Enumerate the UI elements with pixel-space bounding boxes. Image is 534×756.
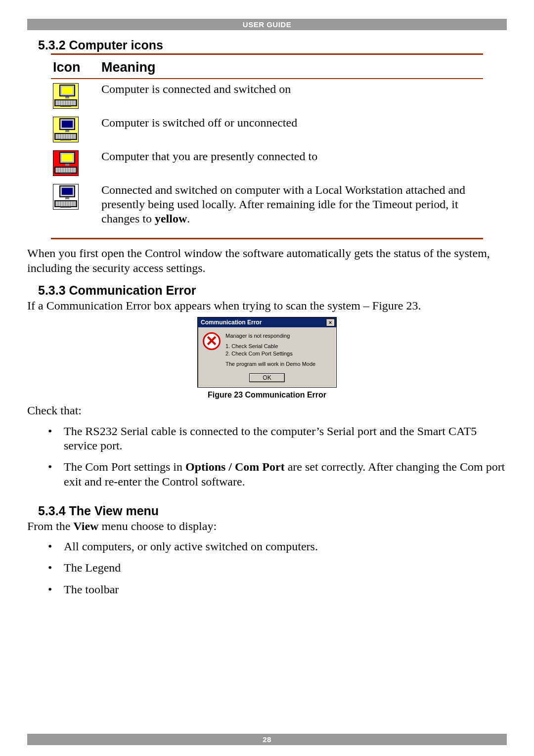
paragraph-after-table: When you first open the Control window t… [27, 246, 507, 275]
list-item: All computers, or only active switched o… [27, 539, 507, 561]
computer-on-icon [53, 83, 79, 109]
dialog-titlebar: Communication Error × [198, 317, 336, 327]
dialog-title: Communication Error [201, 319, 262, 326]
dialog-message: Manager is not responding 1. Check Seria… [225, 332, 315, 370]
close-icon[interactable]: × [326, 318, 335, 326]
paragraph-view-intro: From the View menu choose to display: [27, 519, 507, 534]
meaning-cell: Connected and switched on computer with … [99, 180, 483, 235]
col-header-icon: Icon [51, 55, 99, 78]
meaning-cell: Computer that you are presently connecte… [99, 146, 483, 180]
list-item: The Legend [27, 561, 507, 582]
page-header: USER GUIDE [27, 19, 507, 30]
computer-current-icon [53, 150, 79, 176]
col-header-meaning: Meaning [99, 55, 483, 78]
ok-button[interactable]: OK [249, 373, 284, 382]
paragraph-comm-intro: If a Communication Error box appears whe… [27, 299, 507, 313]
view-menu-list: All computers, or only active switched o… [27, 539, 507, 604]
section-heading-icons: 5.3.2 Computer icons [38, 38, 507, 52]
dialog-check-1: 1. Check Serial Cable [225, 343, 315, 350]
error-icon [203, 332, 221, 350]
dialog-line-main: Manager is not responding [225, 332, 315, 340]
computer-local-icon [53, 184, 79, 210]
meaning-cell: Computer is connected and switched on [99, 79, 483, 113]
rule-bottom [51, 238, 483, 239]
comm-error-checklist: The RS232 Serial cable is connected to t… [27, 424, 507, 496]
page-footer: 28 [27, 734, 507, 745]
section-heading-comm-error: 5.3.3 Communication Error [38, 283, 507, 298]
communication-error-dialog: Communication Error × Manager is not res… [197, 317, 337, 388]
meaning-cell: Computer is switched off or unconnected [99, 113, 483, 146]
table-row: Computer that you are presently connecte… [51, 146, 483, 180]
list-item: The RS232 Serial cable is connected to t… [27, 424, 507, 460]
list-item: The toolbar [27, 582, 507, 604]
icon-meaning-table: Icon Meaning Computer is connected and s… [51, 55, 483, 235]
list-item: The Com Port settings in Options / Com P… [27, 460, 507, 496]
dialog-demo-line: The program will work in Demo Mode [225, 360, 315, 368]
dialog-check-2: 2. Check Com Port Settings [225, 350, 315, 357]
table-row: Computer is switched off or unconnected [51, 113, 483, 146]
section-heading-view-menu: 5.3.4 The View menu [38, 504, 507, 518]
computer-off-icon [53, 117, 79, 142]
table-row: Computer is connected and switched on [51, 79, 483, 113]
check-that-label: Check that: [27, 403, 507, 418]
figure-caption: Figure 23 Communication Error [27, 391, 507, 400]
table-row: Connected and switched on computer with … [51, 180, 483, 235]
page: USER GUIDE 5.3.2 Computer icons Icon Mea… [0, 0, 534, 756]
